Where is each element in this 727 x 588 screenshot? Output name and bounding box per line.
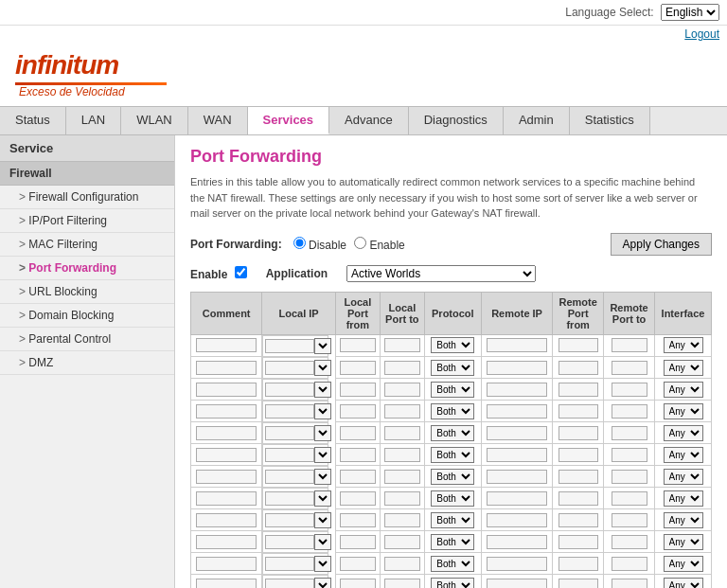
- tab-diagnostics[interactable]: Diagnostics: [409, 107, 504, 134]
- comment-input[interactable]: [196, 470, 257, 484]
- interface-select[interactable]: Any: [664, 556, 703, 572]
- interface-select[interactable]: Any: [664, 425, 703, 441]
- interface-select[interactable]: Any: [664, 337, 703, 353]
- remote-port-to-input[interactable]: [612, 491, 647, 506]
- remote-port-from-input[interactable]: [559, 535, 598, 549]
- local-ip-input[interactable]: [265, 404, 314, 419]
- remote-ip-input[interactable]: [487, 579, 547, 589]
- remote-ip-input[interactable]: [487, 470, 547, 484]
- interface-select[interactable]: Any: [664, 490, 703, 507]
- language-select[interactable]: English: [661, 4, 719, 21]
- sidebar-item-dmz[interactable]: DMZ: [0, 351, 174, 375]
- sidebar-item-mac-filter[interactable]: MAC Filtering: [0, 233, 174, 257]
- remote-port-to-input[interactable]: [612, 338, 647, 352]
- remote-ip-input[interactable]: [487, 513, 547, 527]
- comment-input[interactable]: [196, 535, 257, 549]
- local-ip-select[interactable]: ▼: [314, 360, 331, 376]
- local-port-from-input[interactable]: [340, 383, 376, 397]
- sidebar-subsection-firewall[interactable]: Firewall: [0, 162, 174, 186]
- local-port-from-input[interactable]: [340, 470, 376, 484]
- remote-port-to-input[interactable]: [612, 426, 647, 440]
- remote-port-to-input[interactable]: [612, 404, 647, 419]
- enable-radio-label[interactable]: Enable: [354, 237, 405, 252]
- protocol-select[interactable]: BothTCPUDP: [431, 556, 474, 572]
- remote-port-from-input[interactable]: [559, 361, 598, 375]
- interface-select[interactable]: Any: [664, 578, 703, 589]
- local-ip-select[interactable]: ▼: [314, 512, 331, 528]
- remote-ip-input[interactable]: [487, 448, 547, 462]
- interface-select[interactable]: Any: [664, 403, 703, 419]
- remote-port-from-input[interactable]: [559, 513, 598, 527]
- sidebar-item-port-forwarding[interactable]: Port Forwarding: [0, 257, 174, 280]
- remote-ip-input[interactable]: [487, 383, 547, 397]
- tab-wlan[interactable]: WLAN: [121, 107, 188, 134]
- local-port-to-input[interactable]: [384, 383, 420, 397]
- remote-ip-input[interactable]: [487, 404, 547, 419]
- apply-changes-button[interactable]: Apply Changes: [611, 233, 712, 256]
- comment-input[interactable]: [196, 557, 257, 571]
- local-ip-input[interactable]: [265, 491, 314, 506]
- remote-port-to-input[interactable]: [612, 579, 647, 589]
- local-ip-select[interactable]: ▼: [314, 382, 331, 398]
- interface-select[interactable]: Any: [664, 469, 703, 485]
- remote-port-to-input[interactable]: [612, 513, 647, 527]
- enable-radio[interactable]: [354, 237, 366, 249]
- protocol-select[interactable]: BothTCPUDP: [431, 512, 474, 528]
- local-port-to-input[interactable]: [384, 448, 420, 462]
- local-ip-select[interactable]: ▼: [314, 490, 331, 507]
- comment-input[interactable]: [196, 404, 257, 419]
- remote-ip-input[interactable]: [487, 491, 547, 506]
- local-port-from-input[interactable]: [340, 426, 376, 440]
- comment-input[interactable]: [196, 361, 257, 375]
- comment-input[interactable]: [196, 491, 257, 506]
- local-ip-input[interactable]: [265, 361, 314, 375]
- interface-select[interactable]: Any: [664, 512, 703, 528]
- interface-select[interactable]: Any: [664, 382, 703, 398]
- local-ip-input[interactable]: [265, 513, 314, 527]
- local-port-to-input[interactable]: [384, 338, 420, 352]
- comment-input[interactable]: [196, 448, 257, 462]
- local-ip-select[interactable]: ▼: [314, 534, 331, 550]
- tab-lan[interactable]: LAN: [66, 107, 121, 134]
- protocol-select[interactable]: BothTCPUDP: [431, 403, 474, 419]
- interface-select[interactable]: Any: [664, 534, 703, 550]
- tab-wan[interactable]: WAN: [188, 107, 248, 134]
- local-port-from-input[interactable]: [340, 404, 376, 419]
- local-ip-select[interactable]: ▼: [314, 425, 331, 441]
- protocol-select[interactable]: BothTCPUDP: [431, 425, 474, 441]
- protocol-select[interactable]: BothTCPUDP: [431, 337, 474, 353]
- tab-admin[interactable]: Admin: [504, 107, 570, 134]
- comment-input[interactable]: [196, 383, 257, 397]
- local-ip-input[interactable]: [265, 579, 314, 589]
- local-ip-select[interactable]: ▼: [314, 469, 331, 485]
- disable-radio[interactable]: [293, 237, 306, 249]
- local-ip-select[interactable]: ▼: [314, 556, 331, 572]
- remote-port-to-input[interactable]: [612, 470, 647, 484]
- tab-advance[interactable]: Advance: [329, 107, 409, 134]
- local-port-to-input[interactable]: [384, 426, 420, 440]
- local-port-from-input[interactable]: [340, 557, 376, 571]
- local-port-to-input[interactable]: [384, 535, 420, 549]
- remote-port-from-input[interactable]: [559, 557, 598, 571]
- local-port-to-input[interactable]: [384, 404, 420, 419]
- remote-ip-input[interactable]: [487, 338, 547, 352]
- tab-status[interactable]: Status: [0, 107, 66, 134]
- remote-port-to-input[interactable]: [612, 361, 647, 375]
- local-port-from-input[interactable]: [340, 338, 376, 352]
- remote-port-to-input[interactable]: [612, 383, 647, 397]
- local-ip-input[interactable]: [265, 448, 314, 462]
- comment-input[interactable]: [196, 338, 257, 352]
- sidebar-item-parental-control[interactable]: Parental Control: [0, 328, 174, 351]
- enable-checkbox[interactable]: [235, 266, 247, 278]
- local-ip-input[interactable]: [265, 383, 314, 397]
- remote-port-from-input[interactable]: [559, 338, 598, 352]
- remote-port-from-input[interactable]: [559, 579, 598, 589]
- local-port-to-input[interactable]: [384, 470, 420, 484]
- local-ip-input[interactable]: [265, 535, 314, 549]
- local-port-to-input[interactable]: [384, 579, 420, 589]
- remote-port-from-input[interactable]: [559, 491, 598, 506]
- sidebar-item-fw-config[interactable]: Firewall Configuration: [0, 186, 174, 209]
- protocol-select[interactable]: BothTCPUDP: [431, 447, 474, 463]
- local-ip-select[interactable]: ▼: [314, 578, 331, 589]
- comment-input[interactable]: [196, 426, 257, 440]
